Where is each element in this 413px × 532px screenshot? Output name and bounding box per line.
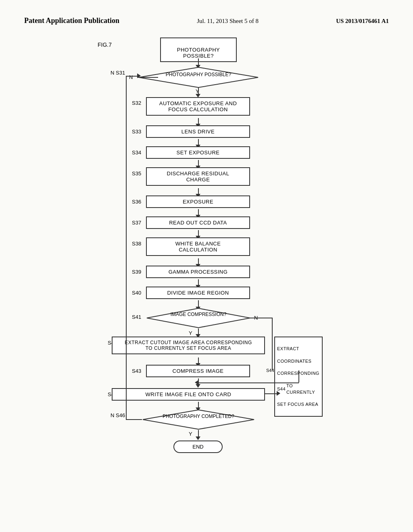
- connector-s31-n-h: [138, 77, 158, 78]
- publication-label: Patent Application Publication: [24, 16, 119, 25]
- step-s46-label: N S46: [111, 412, 125, 418]
- s46-diamond: PHOTOGRAPHY COMPLETED?: [142, 409, 255, 432]
- page-header: Patent Application Publication Jul. 11, …: [24, 16, 389, 25]
- s34-box: SET EXPOSURE: [146, 146, 250, 159]
- step-s35-label: S35: [132, 170, 141, 177]
- diagram-area: FIG.7 PHOTOGRAPHY POSSIBLE? N S31 PHOTOG…: [24, 37, 389, 481]
- patent-number-label: US 2013/0176461 A1: [336, 18, 389, 25]
- connector-s41-n-h: [250, 318, 272, 318]
- s40-box: DIVIDE IMAGE REGION: [146, 287, 250, 299]
- step-s43-label: S43: [132, 368, 141, 374]
- connector-s41-n-v: [272, 318, 273, 370]
- s42-box: EXTRACT CUTOUT IMAGE AREA CORRESPONDINGT…: [112, 337, 265, 354]
- s41-y-label: Y: [189, 330, 192, 336]
- svg-marker-4: [143, 410, 254, 429]
- connector-s45-right: [265, 393, 277, 394]
- step-s40-label: S40: [132, 290, 141, 296]
- s45-box: WRITE IMAGE FILE ONTO CARD: [112, 388, 265, 401]
- step-s44-label: S44: [266, 368, 274, 373]
- svg-text:PHOTOGRAPHY POSSIBLE?: PHOTOGRAPHY POSSIBLE?: [166, 72, 232, 77]
- s37-box: READ OUT CCD DATA: [146, 216, 250, 229]
- step-s34-label: S34: [132, 150, 141, 156]
- arrow-s46-end: [196, 436, 200, 440]
- step-s41-label: S41: [132, 314, 141, 320]
- s41-diamond: IMAGE COMPRESSION?: [146, 308, 251, 330]
- arrow-s45-right: [277, 391, 280, 396]
- s43-box: COMPRESS IMAGE: [146, 365, 250, 377]
- svg-text:PHOTOGRAPHY COMPLETED?: PHOTOGRAPHY COMPLETED?: [163, 414, 234, 419]
- arrow-s43-s45: [196, 384, 200, 388]
- end-box: END: [173, 441, 223, 453]
- s38-box: WHITE BALANCECALCULATION: [146, 237, 250, 256]
- s31-n-label: N: [129, 74, 133, 80]
- fig-label: FIG.7: [98, 42, 112, 48]
- s31-diamond: PHOTOGRAPHY POSSIBLE?: [138, 66, 259, 90]
- step-s37-label: S37: [132, 220, 141, 226]
- s36-box: EXPOSURE: [146, 195, 250, 208]
- step-s36-label: S36: [132, 199, 141, 205]
- connector-s46-n-h: [126, 419, 142, 420]
- step-s33-label: S33: [132, 129, 141, 135]
- connector-s44-left: [198, 382, 299, 383]
- date-sheet-label: Jul. 11, 2013 Sheet 5 of 8: [197, 18, 259, 25]
- s39-box: GAMMA PROCESSING: [146, 266, 250, 278]
- s46-y-label: Y: [189, 431, 192, 437]
- connector-s44-down: [298, 370, 299, 382]
- s35-box: DISCHARGE RESIDUALCHARGE: [146, 167, 250, 186]
- connector-s46-n-v: [126, 76, 127, 420]
- connector-s46-n-top: [126, 76, 138, 77]
- step-s31-label: N S31: [111, 70, 125, 76]
- s32-box: AUTOMATIC EXPOSURE ANDFOCUS CALCULATION: [146, 97, 250, 116]
- arrow-s46-loop: [137, 73, 141, 78]
- s33-box: LENS DRIVE: [146, 125, 250, 138]
- step-s38-label: S38: [132, 241, 141, 247]
- step-s39-label: S39: [132, 269, 141, 275]
- step-s32-label: S32: [132, 100, 141, 106]
- flowchart: FIG.7 PHOTOGRAPHY POSSIBLE? N S31 PHOTOG…: [86, 37, 327, 481]
- svg-text:IMAGE COMPRESSION?: IMAGE COMPRESSION?: [171, 312, 227, 317]
- page: Patent Application Publication Jul. 11, …: [0, 0, 413, 532]
